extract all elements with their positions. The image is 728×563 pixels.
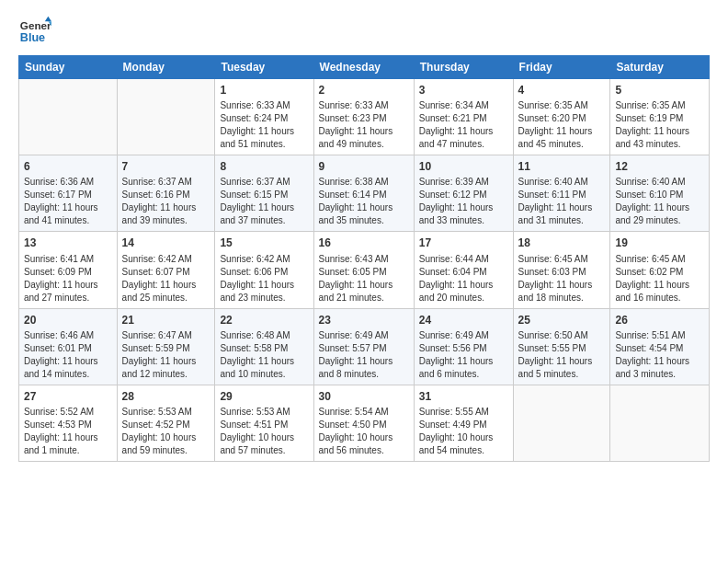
logo-icon: General Blue (18, 15, 51, 48)
day-number: 20 (24, 313, 112, 327)
calendar-cell: 10Sunrise: 6:39 AM Sunset: 6:12 PM Dayli… (414, 155, 513, 232)
calendar-cell: 19Sunrise: 6:45 AM Sunset: 6:02 PM Dayli… (610, 232, 710, 308)
calendar-cell: 20Sunrise: 6:46 AM Sunset: 6:01 PM Dayli… (19, 308, 118, 385)
day-detail: Sunrise: 6:38 AM Sunset: 6:14 PM Dayligh… (319, 176, 409, 227)
day-number: 18 (518, 236, 606, 250)
calendar-cell: 5Sunrise: 6:35 AM Sunset: 6:19 PM Daylig… (610, 79, 710, 155)
day-number: 6 (24, 159, 112, 174)
day-number: 16 (319, 236, 409, 250)
day-number: 17 (419, 236, 508, 250)
day-number: 10 (419, 159, 508, 174)
day-detail: Sunrise: 6:37 AM Sunset: 6:16 PM Dayligh… (122, 176, 210, 227)
calendar-cell: 3Sunrise: 6:34 AM Sunset: 6:21 PM Daylig… (414, 79, 513, 155)
calendar-cell: 21Sunrise: 6:47 AM Sunset: 5:59 PM Dayli… (117, 308, 215, 385)
day-number: 25 (518, 313, 606, 327)
calendar-cell: 12Sunrise: 6:40 AM Sunset: 6:10 PM Dayli… (610, 155, 710, 232)
day-detail: Sunrise: 5:53 AM Sunset: 4:51 PM Dayligh… (220, 406, 308, 457)
calendar-cell (513, 385, 610, 461)
day-detail: Sunrise: 5:52 AM Sunset: 4:53 PM Dayligh… (24, 406, 112, 457)
calendar-cell: 11Sunrise: 6:40 AM Sunset: 6:11 PM Dayli… (513, 155, 610, 232)
day-detail: Sunrise: 6:49 AM Sunset: 5:56 PM Dayligh… (419, 329, 508, 381)
day-number: 30 (319, 389, 409, 404)
day-detail: Sunrise: 6:35 AM Sunset: 6:19 PM Dayligh… (615, 99, 704, 151)
calendar-cell: 6Sunrise: 6:36 AM Sunset: 6:17 PM Daylig… (19, 155, 118, 232)
page: General Blue SundayMondayTuesdayWednesda… (0, 0, 728, 563)
col-header-tuesday: Tuesday (215, 56, 313, 79)
day-detail: Sunrise: 6:39 AM Sunset: 6:12 PM Dayligh… (419, 176, 508, 227)
day-number: 1 (220, 83, 308, 98)
day-detail: Sunrise: 6:43 AM Sunset: 6:05 PM Dayligh… (319, 253, 409, 304)
day-detail: Sunrise: 5:53 AM Sunset: 4:52 PM Dayligh… (122, 406, 210, 457)
calendar-week-row: 6Sunrise: 6:36 AM Sunset: 6:17 PM Daylig… (19, 155, 710, 232)
day-number: 27 (24, 389, 112, 404)
calendar-header-row: SundayMondayTuesdayWednesdayThursdayFrid… (19, 56, 710, 79)
day-detail: Sunrise: 6:35 AM Sunset: 6:20 PM Dayligh… (518, 99, 606, 151)
day-number: 28 (122, 389, 210, 404)
day-detail: Sunrise: 6:44 AM Sunset: 6:04 PM Dayligh… (419, 253, 508, 304)
calendar-cell: 30Sunrise: 5:54 AM Sunset: 4:50 PM Dayli… (313, 385, 414, 461)
day-number: 31 (419, 389, 508, 404)
calendar-table: SundayMondayTuesdayWednesdayThursdayFrid… (18, 55, 710, 462)
day-number: 3 (419, 83, 508, 98)
day-detail: Sunrise: 6:48 AM Sunset: 5:58 PM Dayligh… (220, 329, 308, 381)
day-detail: Sunrise: 6:42 AM Sunset: 6:07 PM Dayligh… (122, 253, 210, 304)
day-detail: Sunrise: 6:45 AM Sunset: 6:03 PM Dayligh… (518, 253, 606, 304)
header: General Blue (18, 15, 710, 48)
day-detail: Sunrise: 5:55 AM Sunset: 4:49 PM Dayligh… (419, 406, 508, 457)
day-number: 29 (220, 389, 308, 404)
day-detail: Sunrise: 6:40 AM Sunset: 6:11 PM Dayligh… (518, 176, 606, 227)
calendar-cell: 9Sunrise: 6:38 AM Sunset: 6:14 PM Daylig… (313, 155, 414, 232)
col-header-thursday: Thursday (414, 56, 513, 79)
calendar-cell: 14Sunrise: 6:42 AM Sunset: 6:07 PM Dayli… (117, 232, 215, 308)
calendar-cell: 15Sunrise: 6:42 AM Sunset: 6:06 PM Dayli… (215, 232, 313, 308)
col-header-sunday: Sunday (19, 56, 118, 79)
calendar-cell: 4Sunrise: 6:35 AM Sunset: 6:20 PM Daylig… (513, 79, 610, 155)
day-detail: Sunrise: 6:41 AM Sunset: 6:09 PM Dayligh… (24, 253, 112, 304)
col-header-saturday: Saturday (610, 56, 710, 79)
calendar-cell: 29Sunrise: 5:53 AM Sunset: 4:51 PM Dayli… (215, 385, 313, 461)
day-number: 8 (220, 159, 308, 174)
day-detail: Sunrise: 6:36 AM Sunset: 6:17 PM Dayligh… (24, 176, 112, 227)
calendar-week-row: 27Sunrise: 5:52 AM Sunset: 4:53 PM Dayli… (19, 385, 710, 461)
calendar-cell: 22Sunrise: 6:48 AM Sunset: 5:58 PM Dayli… (215, 308, 313, 385)
calendar-cell: 16Sunrise: 6:43 AM Sunset: 6:05 PM Dayli… (313, 232, 414, 308)
calendar-cell (610, 385, 710, 461)
calendar-cell: 28Sunrise: 5:53 AM Sunset: 4:52 PM Dayli… (117, 385, 215, 461)
calendar-week-row: 1Sunrise: 6:33 AM Sunset: 6:24 PM Daylig… (19, 79, 710, 155)
calendar-cell: 18Sunrise: 6:45 AM Sunset: 6:03 PM Dayli… (513, 232, 610, 308)
calendar-cell: 31Sunrise: 5:55 AM Sunset: 4:49 PM Dayli… (414, 385, 513, 461)
svg-text:Blue: Blue (20, 31, 45, 44)
calendar-week-row: 13Sunrise: 6:41 AM Sunset: 6:09 PM Dayli… (19, 232, 710, 308)
day-detail: Sunrise: 6:50 AM Sunset: 5:55 PM Dayligh… (518, 329, 606, 381)
day-detail: Sunrise: 6:42 AM Sunset: 6:06 PM Dayligh… (220, 253, 308, 304)
calendar-cell: 8Sunrise: 6:37 AM Sunset: 6:15 PM Daylig… (215, 155, 313, 232)
day-detail: Sunrise: 6:34 AM Sunset: 6:21 PM Dayligh… (419, 99, 508, 151)
day-detail: Sunrise: 6:33 AM Sunset: 6:24 PM Dayligh… (220, 99, 308, 151)
calendar-cell: 17Sunrise: 6:44 AM Sunset: 6:04 PM Dayli… (414, 232, 513, 308)
calendar-week-row: 20Sunrise: 6:46 AM Sunset: 6:01 PM Dayli… (19, 308, 710, 385)
day-number: 21 (122, 313, 210, 327)
calendar-cell: 25Sunrise: 6:50 AM Sunset: 5:55 PM Dayli… (513, 308, 610, 385)
day-number: 15 (220, 236, 308, 250)
day-number: 26 (615, 313, 704, 327)
day-number: 24 (419, 313, 508, 327)
calendar-cell: 26Sunrise: 5:51 AM Sunset: 4:54 PM Dayli… (610, 308, 710, 385)
day-detail: Sunrise: 6:37 AM Sunset: 6:15 PM Dayligh… (220, 176, 308, 227)
col-header-wednesday: Wednesday (313, 56, 414, 79)
day-detail: Sunrise: 6:40 AM Sunset: 6:10 PM Dayligh… (615, 176, 704, 227)
day-number: 13 (24, 236, 112, 250)
day-detail: Sunrise: 5:54 AM Sunset: 4:50 PM Dayligh… (319, 406, 409, 457)
day-number: 22 (220, 313, 308, 327)
day-number: 4 (518, 83, 606, 98)
day-detail: Sunrise: 6:49 AM Sunset: 5:57 PM Dayligh… (319, 329, 409, 381)
calendar-cell (19, 79, 118, 155)
calendar-cell: 2Sunrise: 6:33 AM Sunset: 6:23 PM Daylig… (313, 79, 414, 155)
calendar-cell: 7Sunrise: 6:37 AM Sunset: 6:16 PM Daylig… (117, 155, 215, 232)
col-header-monday: Monday (117, 56, 215, 79)
day-detail: Sunrise: 5:51 AM Sunset: 4:54 PM Dayligh… (615, 329, 704, 381)
calendar-cell: 24Sunrise: 6:49 AM Sunset: 5:56 PM Dayli… (414, 308, 513, 385)
calendar-cell: 13Sunrise: 6:41 AM Sunset: 6:09 PM Dayli… (19, 232, 118, 308)
day-number: 11 (518, 159, 606, 174)
calendar-cell: 1Sunrise: 6:33 AM Sunset: 6:24 PM Daylig… (215, 79, 313, 155)
day-number: 9 (319, 159, 409, 174)
